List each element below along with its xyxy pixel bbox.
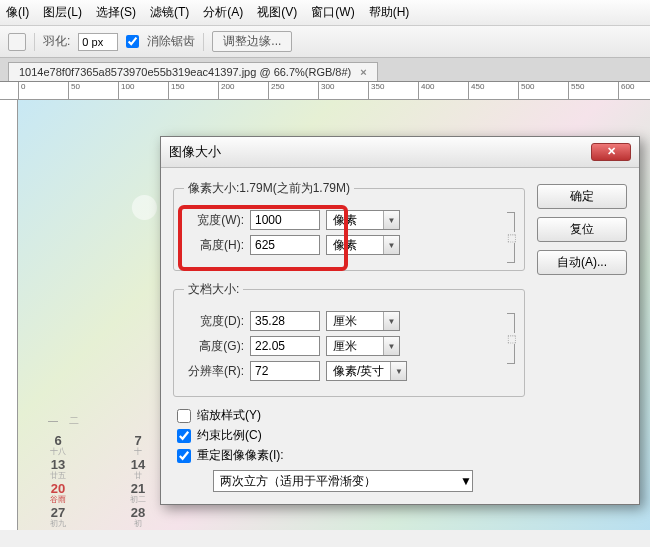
document-size-legend: 文档大小: — [184, 281, 243, 298]
resolution-input[interactable] — [250, 361, 320, 381]
calendar-grid: 6十八7十13廿五14廿20谷雨21初二27初九28初 — [18, 434, 178, 530]
doc-height-input[interactable] — [250, 336, 320, 356]
refine-edge-button[interactable]: 调整边缘... — [212, 31, 292, 52]
chevron-down-icon: ▼ — [383, 337, 399, 355]
constrain-link-icon[interactable]: ⬚ — [504, 312, 518, 364]
reset-button[interactable]: 复位 — [537, 217, 627, 242]
antialias-checkbox[interactable] — [126, 35, 139, 48]
scale-styles-checkbox[interactable] — [177, 409, 191, 423]
chevron-down-icon: ▼ — [383, 211, 399, 229]
chevron-down-icon: ▼ — [383, 312, 399, 330]
menu-layer[interactable]: 图层(L) — [43, 4, 82, 21]
feather-input[interactable] — [78, 33, 118, 51]
chevron-down-icon: ▼ — [390, 362, 406, 380]
doc-width-input[interactable] — [250, 311, 320, 331]
pixel-width-label: 宽度(W): — [184, 212, 244, 229]
resample-method-select[interactable]: 两次立方（适用于平滑渐变）▼ — [213, 470, 473, 492]
chevron-down-icon: ▼ — [460, 474, 472, 488]
antialias-label: 消除锯齿 — [147, 33, 195, 50]
auto-button[interactable]: 自动(A)... — [537, 250, 627, 275]
constrain-checkbox[interactable] — [177, 429, 191, 443]
menu-window[interactable]: 窗口(W) — [311, 4, 354, 21]
calendar-header: — 二 — [18, 408, 178, 434]
document-tab[interactable]: 1014e78f0f7365a8573970e55b319eac41397.jp… — [8, 62, 378, 81]
pixel-height-unit-select[interactable]: 像素▼ — [326, 235, 400, 255]
pixel-width-unit-select[interactable]: 像素▼ — [326, 210, 400, 230]
chevron-down-icon: ▼ — [383, 236, 399, 254]
doc-height-label: 高度(G): — [184, 338, 244, 355]
menu-view[interactable]: 视图(V) — [257, 4, 297, 21]
constrain-link-icon[interactable]: ⬚ — [504, 211, 518, 263]
resample-checkbox[interactable] — [177, 449, 191, 463]
document-size-group: 文档大小: 宽度(D): 厘米▼ 高度(G): 厘米▼ 分辨率(R): 像素/英… — [173, 281, 525, 397]
separator — [203, 33, 204, 51]
resample-label: 重定图像像素(I): — [197, 447, 284, 464]
feather-label: 羽化: — [43, 33, 70, 50]
dialog-title: 图像大小 — [169, 143, 221, 161]
pixel-dimensions-legend: 像素大小:1.79M(之前为1.79M) — [184, 180, 354, 197]
menu-analysis[interactable]: 分析(A) — [203, 4, 243, 21]
scale-styles-label: 缩放样式(Y) — [197, 407, 261, 424]
options-bar: 羽化: 消除锯齿 调整边缘... — [0, 26, 650, 58]
pixel-width-input[interactable] — [250, 210, 320, 230]
pixel-height-label: 高度(H): — [184, 237, 244, 254]
resample-method-row: 两次立方（适用于平滑渐变）▼ — [213, 470, 525, 492]
menu-image[interactable]: 像(I) — [6, 4, 29, 21]
calendar-overlay: — 二 6十八7十13廿五14廿20谷雨21初二27初九28初 — [18, 408, 178, 530]
tool-icon[interactable] — [8, 33, 26, 51]
separator — [34, 33, 35, 51]
dialog-titlebar[interactable]: 图像大小 ✕ — [161, 137, 639, 168]
menu-help[interactable]: 帮助(H) — [369, 4, 410, 21]
ruler-vertical — [0, 100, 18, 530]
pixel-height-input[interactable] — [250, 235, 320, 255]
document-tab-title: 1014e78f0f7365a8573970e55b319eac41397.jp… — [19, 66, 351, 78]
constrain-label: 约束比例(C) — [197, 427, 262, 444]
image-size-dialog: 图像大小 ✕ 像素大小:1.79M(之前为1.79M) 宽度(W): 像素▼ 高… — [160, 136, 640, 505]
resolution-unit-select[interactable]: 像素/英寸▼ — [326, 361, 407, 381]
close-tab-icon[interactable]: × — [360, 66, 366, 78]
document-tab-bar: 1014e78f0f7365a8573970e55b319eac41397.jp… — [0, 58, 650, 82]
menu-bar: 像(I) 图层(L) 选择(S) 滤镜(T) 分析(A) 视图(V) 窗口(W)… — [0, 0, 650, 26]
menu-filter[interactable]: 滤镜(T) — [150, 4, 189, 21]
ruler-horizontal: 050100150200250300350400450500550600 — [0, 82, 650, 100]
doc-width-unit-select[interactable]: 厘米▼ — [326, 311, 400, 331]
dialog-close-button[interactable]: ✕ — [591, 143, 631, 161]
pixel-dimensions-group: 像素大小:1.79M(之前为1.79M) 宽度(W): 像素▼ 高度(H): 像… — [173, 180, 525, 271]
options-checks: 缩放样式(Y) 约束比例(C) 重定图像像素(I): — [177, 407, 525, 464]
ok-button[interactable]: 确定 — [537, 184, 627, 209]
doc-height-unit-select[interactable]: 厘米▼ — [326, 336, 400, 356]
resolution-label: 分辨率(R): — [184, 363, 244, 380]
menu-select[interactable]: 选择(S) — [96, 4, 136, 21]
doc-width-label: 宽度(D): — [184, 313, 244, 330]
